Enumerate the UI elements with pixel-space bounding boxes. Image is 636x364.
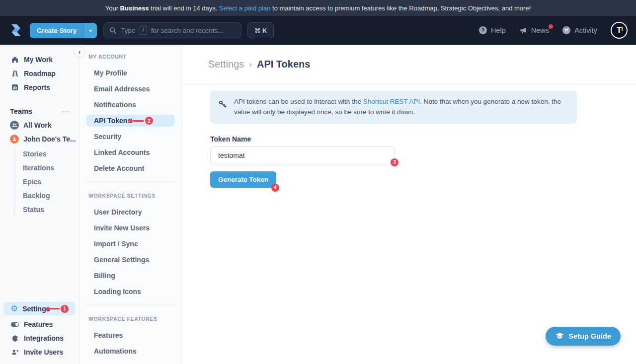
info-text-before: API tokens can be used to interact with … [234, 98, 363, 105]
settings-nav-item-automations[interactable]: Automations [86, 345, 174, 357]
sidebar-item-roadmap[interactable]: Roadmap [0, 67, 79, 80]
sidebar-item-label: Invite Users [24, 348, 63, 356]
settings-nav-item-security[interactable]: Security [86, 131, 174, 143]
search-placeholder-rest: for search and recents... [151, 27, 224, 34]
news-notification-dot [549, 24, 553, 29]
settings-nav-item-linked-accounts[interactable]: Linked Accounts [86, 146, 174, 158]
team-child-stories[interactable]: Stories [23, 147, 79, 161]
invite-user-icon [11, 348, 19, 356]
sidebar-item-integrations[interactable]: Integrations [0, 331, 79, 345]
team-child-backlog[interactable]: Backlog [23, 189, 79, 203]
breadcrumb-settings[interactable]: Settings [208, 59, 244, 70]
team-item-john-does-team[interactable]: John Doe's Te... [0, 132, 79, 146]
settings-nav-item-my-profile[interactable]: My Profile [86, 67, 174, 79]
divider [86, 182, 174, 182]
team-avatar [10, 135, 19, 144]
settings-nav-item-label: API Tokens [94, 117, 131, 125]
create-story-dropdown-caret[interactable]: ▾ [83, 23, 97, 38]
workspace-avatar[interactable]: T [611, 22, 628, 39]
sidebar-bottom-group: ⚙ Settings 1 Features Integrations [0, 302, 79, 364]
sidebar-item-reports[interactable]: Reports [0, 80, 79, 94]
sidebar-item-invite-users[interactable]: Invite Users [0, 345, 79, 359]
teams-section-header: Teams ··· [0, 107, 79, 115]
settings-nav-item-features[interactable]: Features [86, 329, 174, 341]
top-navbar: Create Story ▾ Type / for search and rec… [0, 16, 636, 45]
toggle-icon [11, 320, 19, 328]
sidebar-item-features[interactable]: Features [0, 317, 79, 331]
help-menu[interactable]: ? Help [479, 26, 506, 34]
team-item-all-work[interactable]: All Work [0, 118, 79, 132]
sidebar-item-label: Reports [24, 83, 50, 91]
settings-nav-item-invite-new-users[interactable]: Invite New Users [86, 222, 174, 234]
create-story-label[interactable]: Create Story [30, 23, 83, 38]
activity-label: Activity [574, 26, 597, 34]
puzzle-icon [11, 334, 19, 342]
avatar-accent-mark [622, 27, 623, 31]
team-child-status[interactable]: Status [23, 203, 79, 217]
token-name-input[interactable] [210, 146, 395, 164]
search-icon [109, 27, 117, 34]
trial-banner: Your Business trial will end in 14 days.… [0, 0, 636, 16]
team-children-list: Stories Iterations Epics Backlog Status [14, 147, 79, 217]
sidebar-item-label: My Work [24, 56, 53, 64]
settings-nav-item-api-tokens[interactable]: API Tokens 2 [86, 115, 174, 127]
bar-chart-icon [11, 83, 19, 91]
create-story-button[interactable]: Create Story ▾ [30, 23, 97, 38]
slash-key-hint: / [140, 26, 147, 35]
news-menu[interactable]: News [519, 26, 549, 34]
annotation-arrow-2: 2 [128, 117, 153, 125]
section-title-my-account: MY ACCOUNT [80, 54, 182, 60]
avatar-initial: T [617, 25, 622, 35]
team-child-epics[interactable]: Epics [23, 175, 79, 189]
sidebar-item-label: Features [24, 320, 53, 328]
annotation-badge-2: 2 [145, 117, 153, 125]
section-title-workspace-settings: WORKSPACE SETTINGS [80, 193, 182, 199]
settings-nav-item-notifications[interactable]: Notifications [86, 99, 174, 111]
news-label: News [531, 26, 549, 34]
settings-nav-item-email-addresses[interactable]: Email Addresses [86, 83, 174, 95]
house-icon [11, 56, 19, 64]
all-work-avatar [10, 121, 19, 130]
setup-guide-label: Setup Guide [569, 332, 611, 340]
graduation-cap-icon [555, 332, 564, 340]
banner-plan-name: Business [120, 4, 149, 12]
activity-menu[interactable]: ⇄ Activity [562, 26, 597, 34]
generate-token-button[interactable]: Generate Token [210, 171, 276, 188]
settings-nav-item-billing[interactable]: Billing [86, 270, 174, 282]
search-input[interactable]: Type / for search and recents... [103, 22, 241, 38]
shortcut-rest-api-link[interactable]: Shortcut REST API [363, 98, 420, 105]
sidebar-item-settings[interactable]: ⚙ Settings 1 [3, 302, 75, 315]
team-child-iterations[interactable]: Iterations [23, 161, 79, 175]
annotation-badge-1: 1 [61, 305, 69, 313]
section-title-workspace-features: WORKSPACE FEATURES [80, 316, 182, 322]
sidebar-item-label: Integrations [24, 334, 64, 342]
help-icon: ? [479, 26, 487, 34]
team-label: John Doe's Te... [23, 135, 76, 143]
sidebar-item-my-work[interactable]: My Work [0, 53, 79, 67]
team-label: All Work [23, 121, 52, 129]
teams-overflow-menu[interactable]: ··· [62, 107, 70, 115]
settings-nav-item-loading-icons[interactable]: Loading Icons [86, 286, 174, 297]
banner-text-prefix: Your [105, 4, 120, 12]
cmd-k-shortcut-badge[interactable]: ⌘ K [247, 22, 274, 38]
sidebar-collapse-button[interactable]: ‹ [74, 46, 85, 57]
app-shell: ‹ My Work Roadmap [0, 45, 636, 364]
activity-icon: ⇄ [562, 26, 570, 34]
megaphone-icon [519, 26, 527, 34]
page-title: API Tokens [257, 59, 310, 70]
select-paid-plan-link[interactable]: Select a paid plan [219, 4, 270, 12]
main-content: Settings › API Tokens API tokens can be … [182, 45, 636, 364]
settings-nav-item-delete-account[interactable]: Delete Account [86, 162, 174, 174]
setup-guide-button[interactable]: Setup Guide [546, 327, 621, 346]
navbar-right-group: ? Help News ⇄ Activity T [479, 22, 628, 39]
settings-nav-item-user-directory[interactable]: User Directory [86, 206, 174, 218]
left-sidebar: My Work Roadmap Reports [0, 45, 80, 364]
api-tokens-panel: API tokens can be used to interact with … [182, 84, 636, 188]
settings-nav-item-general-settings[interactable]: General Settings [86, 254, 174, 266]
shortcut-logo-icon[interactable] [8, 23, 23, 38]
settings-nav-item-teams[interactable]: Teams [86, 361, 174, 364]
help-label: Help [491, 26, 506, 34]
settings-nav-item-import-sync[interactable]: Import / Sync [86, 238, 174, 250]
banner-text-suffix: to maintain access to premium features l… [270, 4, 531, 12]
settings-nav: MY ACCOUNT My Profile Email Addresses No… [80, 45, 182, 364]
